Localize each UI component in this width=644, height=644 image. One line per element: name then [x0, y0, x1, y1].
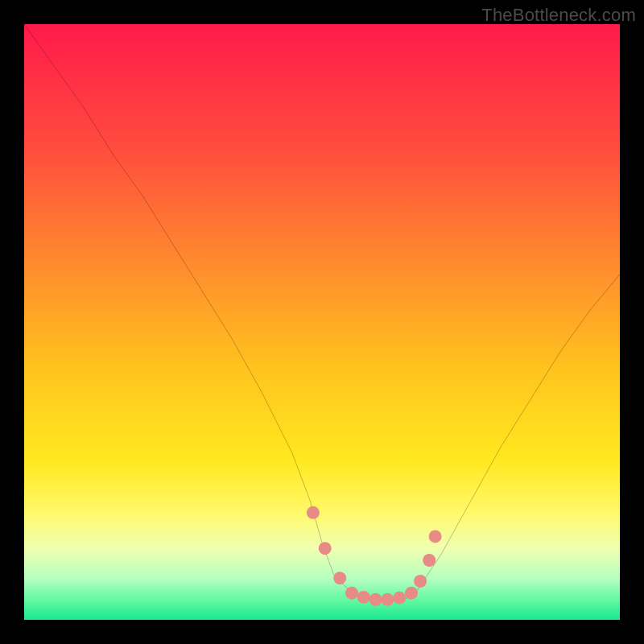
data-marker: [393, 592, 406, 605]
bottleneck-chart: [24, 24, 620, 620]
data-marker: [319, 542, 332, 555]
data-marker: [345, 587, 358, 600]
data-marker: [423, 554, 436, 567]
data-marker: [405, 587, 418, 600]
data-marker: [381, 593, 394, 606]
chart-frame: TheBottleneck.com: [0, 0, 644, 644]
data-marker: [414, 575, 427, 588]
data-marker: [369, 593, 382, 606]
data-marker: [307, 506, 320, 519]
data-marker: [429, 530, 442, 543]
watermark-text: TheBottleneck.com: [481, 5, 636, 26]
data-marker: [357, 591, 370, 604]
data-marker: [333, 572, 346, 584]
plot-background: [24, 24, 620, 620]
